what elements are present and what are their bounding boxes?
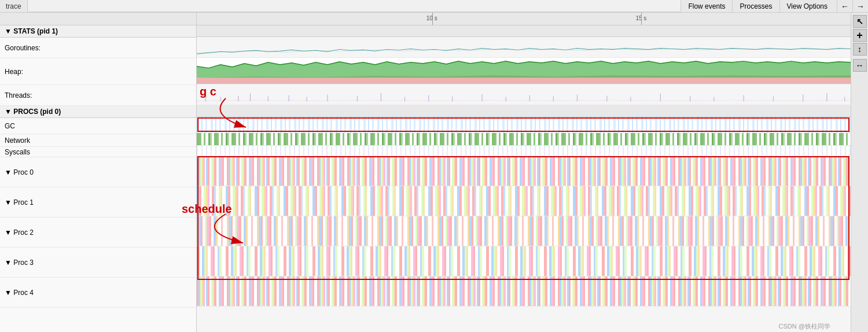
left-panel: ▼ STATS (pid 1) Goroutines: Heap: Thread… [0, 13, 197, 332]
syscalls-label: Syscalls [5, 148, 30, 156]
proc3-track [197, 246, 851, 276]
proc0-label: ▼ Proc 0 [5, 168, 34, 176]
goroutines-chart [197, 37, 851, 57]
stats-section-header: ▼ STATS (pid 1) [0, 25, 196, 38]
horizontal-scroll-btn[interactable]: ↔ [853, 59, 867, 72]
proc2-label: ▼ Proc 2 [5, 228, 34, 237]
content-area: ▼ STATS (pid 1) Goroutines: Heap: Thread… [0, 13, 868, 332]
tracks-area: 10 s 15 s [197, 13, 851, 332]
heap-track [197, 58, 851, 84]
proc2-track [197, 216, 851, 246]
threads-track [197, 84, 851, 105]
top-bar-buttons: Flow events Processes View Options ← → [681, 0, 868, 12]
app-title: trace [0, 0, 28, 12]
zoom-out-btn[interactable]: ↕ [853, 43, 867, 56]
threads-chart [197, 84, 851, 105]
network-label: Network [5, 137, 30, 145]
proc1-label: ▼ Proc 1 [5, 198, 34, 206]
network-track [197, 133, 851, 146]
proc1-track [197, 186, 851, 216]
goroutines-track [197, 37, 851, 58]
app-container: trace Flow events Processes View Options… [0, 0, 868, 332]
syscalls-track [197, 146, 851, 156]
proc4-label: ▼ Proc 4 [5, 289, 34, 297]
gc-label: GC [5, 122, 15, 130]
heap-chart [197, 58, 851, 84]
heap-label: Heap: [5, 68, 23, 76]
stats-label: ▼ STATS (pid 1) [5, 27, 58, 35]
nav-arrows: ← → [837, 0, 868, 12]
scrollbar-panel: ↖ + ↕ ↔ [851, 13, 868, 332]
forward-arrow[interactable]: → [852, 0, 868, 12]
cursor-btn[interactable]: ↖ [853, 15, 867, 28]
top-bar: trace Flow events Processes View Options… [0, 0, 868, 13]
goroutines-label: Goroutines: [5, 44, 41, 52]
procs-label: ▼ PROCS (pid 0) [5, 108, 61, 116]
flow-events-button[interactable]: Flow events [681, 0, 732, 12]
gc-track [197, 117, 851, 133]
watermark: CSDN @铁柱同学 [779, 322, 830, 331]
threads-label: Threads: [5, 91, 32, 99]
proc4-track [197, 276, 851, 307]
back-arrow[interactable]: ← [837, 0, 852, 12]
procs-section-header: ▼ PROCS (pid 0) [0, 106, 196, 118]
zoom-in-btn[interactable]: + [853, 29, 867, 42]
processes-button[interactable]: Processes [732, 0, 779, 12]
proc0-track [197, 156, 851, 186]
view-options-button[interactable]: View Options [779, 0, 834, 12]
proc3-label: ▼ Proc 3 [5, 259, 34, 267]
